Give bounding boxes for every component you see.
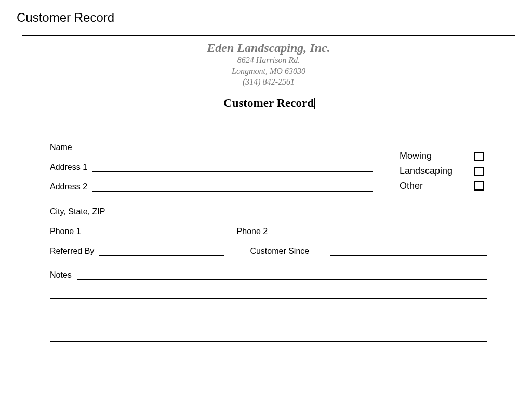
referred-by-label: Referred By bbox=[50, 247, 99, 256]
name-input-line[interactable] bbox=[77, 143, 373, 152]
notes-extra-lines bbox=[50, 290, 487, 342]
notes-line-4[interactable] bbox=[50, 333, 487, 342]
phone1-label: Phone 1 bbox=[50, 227, 86, 236]
service-option-mowing: Mowing bbox=[400, 148, 484, 164]
notes-line-2[interactable] bbox=[50, 290, 487, 299]
notes-line-3[interactable] bbox=[50, 311, 487, 320]
company-street: 8624 Harrison Rd. bbox=[37, 55, 500, 66]
row-phones: Phone 1 Phone 2 bbox=[50, 227, 487, 236]
name-label: Name bbox=[50, 143, 77, 152]
service-option-mowing-label: Mowing bbox=[400, 148, 432, 164]
address2-label: Address 2 bbox=[50, 182, 92, 192]
checkbox-mowing[interactable] bbox=[474, 152, 484, 161]
service-options-box: Mowing Landscaping Other bbox=[396, 146, 487, 196]
city-state-zip-label: City, State, ZIP bbox=[50, 207, 110, 216]
row-city-state-zip: City, State, ZIP bbox=[50, 207, 487, 216]
phone2-label: Phone 2 bbox=[221, 227, 273, 236]
service-option-landscaping: Landscaping bbox=[400, 164, 484, 179]
text-cursor bbox=[314, 98, 315, 109]
notes-line-1[interactable] bbox=[77, 271, 487, 280]
phone1-input-line[interactable] bbox=[86, 227, 211, 236]
page-heading: Customer Record bbox=[17, 10, 532, 25]
city-state-zip-input-line[interactable] bbox=[110, 208, 487, 216]
service-option-landscaping-label: Landscaping bbox=[400, 164, 453, 179]
customer-since-input-line[interactable] bbox=[330, 247, 487, 256]
letterhead: Eden Landscaping, Inc. 8624 Harrison Rd.… bbox=[37, 41, 500, 110]
form-body: Mowing Landscaping Other Name Address 1 bbox=[37, 127, 500, 350]
service-option-other-label: Other bbox=[400, 179, 423, 194]
address1-label: Address 1 bbox=[50, 162, 92, 172]
row-referred-since: Referred By Customer Since bbox=[50, 247, 487, 256]
phone2-input-line[interactable] bbox=[273, 227, 487, 236]
company-phone: (314) 842-2561 bbox=[37, 77, 500, 88]
address2-input-line[interactable] bbox=[92, 183, 373, 192]
company-city-state-zip: Longmont, MO 63030 bbox=[37, 66, 500, 77]
form-title: Customer Record bbox=[223, 97, 314, 110]
customer-since-label: Customer Since bbox=[234, 247, 314, 256]
checkbox-landscaping[interactable] bbox=[474, 167, 484, 176]
company-name: Eden Landscaping, Inc. bbox=[37, 41, 500, 55]
checkbox-other[interactable] bbox=[474, 181, 484, 191]
notes-label: Notes bbox=[50, 270, 77, 280]
address1-input-line[interactable] bbox=[92, 163, 373, 172]
referred-by-input-line[interactable] bbox=[99, 247, 224, 256]
customer-record-card: Eden Landscaping, Inc. 8624 Harrison Rd.… bbox=[22, 35, 515, 360]
row-notes: Notes bbox=[50, 270, 487, 280]
service-option-other: Other bbox=[400, 179, 484, 194]
form-title-text: Customer Record bbox=[223, 97, 314, 110]
